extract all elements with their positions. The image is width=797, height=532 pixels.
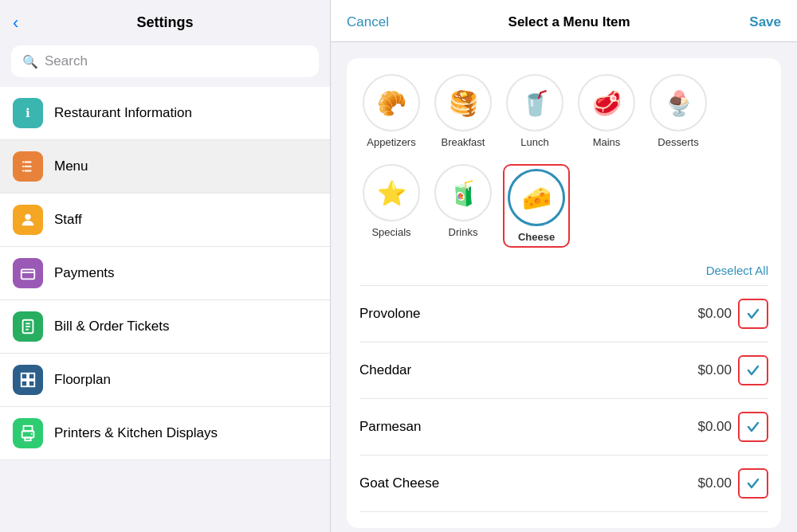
floorplan-icon xyxy=(13,365,43,395)
save-button[interactable]: Save xyxy=(749,14,781,30)
item-price: $0.00 xyxy=(697,419,732,435)
category-label-mains: Mains xyxy=(593,136,621,148)
category-circle-mains: 🥩 xyxy=(578,74,635,131)
printers-label: Printers & Kitchen Displays xyxy=(54,425,218,441)
category-label-specials: Specials xyxy=(371,226,410,238)
category-label-drinks: Drinks xyxy=(449,226,478,238)
svg-rect-9 xyxy=(22,269,35,279)
item-name: Parmesan xyxy=(359,419,697,435)
category-circle-cheese: 🧀 xyxy=(508,169,565,226)
item-price: $0.00 xyxy=(697,306,732,322)
item-checkbox[interactable] xyxy=(738,412,768,442)
sidebar-item-bill-order[interactable]: Bill & Order Tickets xyxy=(0,300,330,354)
svg-point-22 xyxy=(31,433,33,435)
item-checkbox[interactable] xyxy=(738,468,768,499)
item-list: Provolone$0.00Cheddar$0.00Parmesan$0.00G… xyxy=(359,285,768,512)
item-name: Cheddar xyxy=(359,362,697,378)
item-price: $0.00 xyxy=(697,475,732,491)
cancel-button[interactable]: Cancel xyxy=(347,14,389,30)
payments-icon xyxy=(13,258,43,288)
restaurant-info-icon: ℹ xyxy=(13,98,43,128)
category-row-1: 🥐Appetizers🥞Breakfast🥤Lunch🥩Mains🍨Desser… xyxy=(359,74,768,148)
left-header: ‹ Settings xyxy=(0,0,330,39)
settings-title: Settings xyxy=(136,14,193,31)
category-circle-drinks: 🧃 xyxy=(434,164,492,221)
sidebar-item-restaurant-info[interactable]: ℹRestaurant Information xyxy=(0,87,330,140)
svg-rect-15 xyxy=(22,374,27,379)
svg-rect-18 xyxy=(29,381,34,386)
category-circle-specials: ⭐ xyxy=(363,164,420,221)
search-icon: 🔍 xyxy=(22,54,38,69)
menu-card: 🥐Appetizers🥞Breakfast🥤Lunch🥩Mains🍨Desser… xyxy=(347,58,781,528)
staff-icon xyxy=(13,205,43,235)
category-item-breakfast[interactable]: 🥞Breakfast xyxy=(431,74,495,148)
search-placeholder: Search xyxy=(45,53,88,69)
left-panel: ‹ Settings 🔍 Search ℹRestaurant Informat… xyxy=(0,0,331,532)
item-row: Parmesan$0.00 xyxy=(359,399,768,456)
item-row: Goat Cheese$0.00 xyxy=(359,456,768,512)
checkmark-icon xyxy=(745,419,761,435)
category-label-desserts: Desserts xyxy=(658,136,698,148)
menu-label: Menu xyxy=(54,158,88,174)
deselect-all-button[interactable]: Deselect All xyxy=(706,264,768,277)
category-label-breakfast: Breakfast xyxy=(442,136,485,148)
category-item-specials[interactable]: ⭐Specials xyxy=(359,164,423,248)
svg-rect-17 xyxy=(22,381,27,386)
svg-point-7 xyxy=(22,170,24,171)
svg-point-5 xyxy=(22,161,24,162)
right-content: 🥐Appetizers🥞Breakfast🥤Lunch🥩Mains🍨Desser… xyxy=(331,42,797,532)
bill-order-label: Bill & Order Tickets xyxy=(54,319,170,334)
category-item-lunch[interactable]: 🥤Lunch xyxy=(503,74,567,148)
checkmark-icon xyxy=(745,475,761,491)
svg-rect-21 xyxy=(25,438,30,441)
category-circle-lunch: 🥤 xyxy=(506,74,563,131)
category-item-desserts[interactable]: 🍨Desserts xyxy=(646,74,710,148)
printers-icon xyxy=(13,418,43,448)
category-item-appetizers[interactable]: 🥐Appetizers xyxy=(359,74,423,148)
category-item-drinks[interactable]: 🧃Drinks xyxy=(431,164,495,248)
bill-order-icon xyxy=(13,311,43,342)
svg-rect-16 xyxy=(29,374,34,379)
category-circle-appetizers: 🥐 xyxy=(363,74,420,131)
item-checkbox[interactable] xyxy=(738,355,768,385)
dialog-title: Select a Menu Item xyxy=(508,14,630,30)
item-row: Provolone$0.00 xyxy=(359,286,768,342)
staff-label: Staff xyxy=(54,212,82,228)
sidebar-item-floorplan[interactable]: Floorplan xyxy=(0,354,330,407)
search-bar[interactable]: 🔍 Search xyxy=(11,45,319,77)
category-circle-desserts: 🍨 xyxy=(650,74,707,131)
right-panel: Cancel Select a Menu Item Save 🥐Appetize… xyxy=(331,0,797,532)
payments-label: Payments xyxy=(54,265,115,281)
svg-rect-19 xyxy=(24,426,33,431)
svg-text:ℹ: ℹ xyxy=(26,107,30,119)
nav-list: ℹRestaurant InformationMenuStaffPayments… xyxy=(0,87,330,532)
item-checkbox[interactable] xyxy=(738,299,768,329)
sidebar-item-menu[interactable]: Menu xyxy=(0,140,330,194)
category-label-cheese: Cheese xyxy=(518,231,555,243)
item-name: Goat Cheese xyxy=(359,475,697,491)
category-item-cheese[interactable]: 🧀Cheese xyxy=(503,164,570,248)
sidebar-item-payments[interactable]: Payments xyxy=(0,247,330,300)
svg-point-6 xyxy=(22,166,24,167)
category-label-appetizers: Appetizers xyxy=(367,136,415,148)
right-header: Cancel Select a Menu Item Save xyxy=(331,0,797,42)
item-name: Provolone xyxy=(359,306,697,322)
category-circle-breakfast: 🥞 xyxy=(434,74,492,131)
menu-icon xyxy=(13,151,43,182)
item-price: $0.00 xyxy=(697,362,732,378)
restaurant-info-label: Restaurant Information xyxy=(54,105,192,121)
back-button[interactable]: ‹ xyxy=(13,13,18,33)
sidebar-item-printers[interactable]: Printers & Kitchen Displays xyxy=(0,407,330,460)
svg-point-8 xyxy=(25,214,30,220)
floorplan-label: Floorplan xyxy=(54,372,111,388)
category-label-lunch: Lunch xyxy=(520,136,548,148)
checkmark-icon xyxy=(745,362,761,378)
deselect-row: Deselect All xyxy=(359,264,768,277)
item-row: Cheddar$0.00 xyxy=(359,342,768,399)
category-row-2: ⭐Specials🧃Drinks🧀Cheese xyxy=(359,164,768,248)
checkmark-icon xyxy=(745,306,761,322)
sidebar-item-staff[interactable]: Staff xyxy=(0,194,330,247)
category-item-mains[interactable]: 🥩Mains xyxy=(575,74,638,148)
